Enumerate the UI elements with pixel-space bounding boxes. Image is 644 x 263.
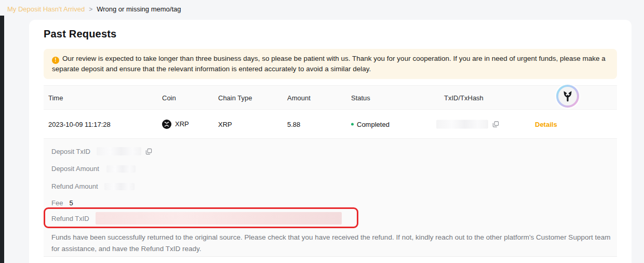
deposit-txid-label: Deposit TxID bbox=[51, 148, 90, 155]
cell-status: Completed bbox=[351, 120, 390, 128]
header-status: Status bbox=[351, 94, 370, 101]
review-notice-banner: !Our review is expected to take longer t… bbox=[44, 49, 617, 79]
left-edge-strip bbox=[0, 16, 4, 263]
deposit-txid-row: Deposit TxID bbox=[51, 147, 152, 155]
header-chain-type: Chain Type bbox=[218, 94, 252, 101]
header-time: Time bbox=[48, 94, 63, 101]
xrp-coin-icon bbox=[162, 120, 171, 129]
header-txid: TxID/TxHash bbox=[444, 94, 484, 101]
cell-chain-type: XRP bbox=[218, 120, 232, 128]
deposit-amount-row: Deposit Amount bbox=[51, 165, 136, 173]
status-badge: Completed bbox=[357, 120, 390, 128]
breadcrumb-parent-link[interactable]: My Deposit Hasn't Arrived bbox=[7, 5, 85, 13]
header-coin: Coin bbox=[162, 94, 176, 101]
platform-logo-glyph bbox=[558, 87, 577, 106]
requests-table: Time Coin Chain Type Amount Status TxID/… bbox=[44, 85, 617, 257]
refund-amount-label: Refund Amount bbox=[51, 182, 98, 190]
table-row: 2023-10-09 11:17:28 XRP XRP 5.88 Complet… bbox=[44, 110, 617, 138]
notice-text: Our review is expected to take longer th… bbox=[52, 55, 606, 73]
fee-label: Fee bbox=[51, 199, 63, 207]
redacted-deposit-amount bbox=[106, 165, 136, 173]
fee-row: Fee 5 bbox=[51, 199, 73, 207]
table-header-row: Time Coin Chain Type Amount Status TxID/… bbox=[44, 85, 617, 110]
cell-time: 2023-10-09 11:17:28 bbox=[48, 120, 111, 128]
redacted-refund-amount bbox=[104, 183, 135, 190]
warning-icon: ! bbox=[52, 57, 59, 64]
redacted-txid-value bbox=[436, 120, 488, 128]
fee-value: 5 bbox=[69, 199, 73, 207]
copy-icon[interactable] bbox=[145, 148, 152, 155]
refund-amount-row: Refund Amount bbox=[51, 182, 135, 190]
redacted-deposit-txid bbox=[97, 147, 141, 155]
breadcrumb-current: Wrong or missing memo/tag bbox=[97, 5, 181, 13]
details-panel: Deposit TxID Deposit Amount Refund Amoun… bbox=[44, 138, 617, 257]
platform-logo-icon bbox=[556, 85, 579, 108]
status-dot-icon bbox=[351, 123, 354, 125]
cell-amount: 5.88 bbox=[287, 120, 300, 128]
deposit-amount-label: Deposit Amount bbox=[51, 165, 99, 173]
redacted-refund-txid bbox=[96, 212, 342, 225]
breadcrumb-separator-icon: > bbox=[89, 6, 92, 13]
details-link[interactable]: Details bbox=[535, 120, 557, 128]
past-requests-card: Past Requests !Our review is expected to… bbox=[29, 20, 632, 263]
header-amount: Amount bbox=[287, 94, 311, 101]
refund-txid-label: Refund TxID bbox=[51, 215, 89, 222]
cell-coin: XRP bbox=[162, 120, 189, 129]
cell-txid bbox=[436, 120, 499, 128]
page-title: Past Requests bbox=[44, 28, 116, 40]
support-page: My Deposit Hasn't Arrived > Wrong or mis… bbox=[0, 0, 644, 263]
refund-footer-note: Funds have been successfully returned to… bbox=[51, 232, 611, 255]
breadcrumb: My Deposit Hasn't Arrived > Wrong or mis… bbox=[7, 5, 181, 13]
copy-icon[interactable] bbox=[492, 121, 499, 127]
cell-coin-label: XRP bbox=[175, 120, 189, 128]
refund-txid-row: Refund TxID bbox=[51, 212, 342, 225]
